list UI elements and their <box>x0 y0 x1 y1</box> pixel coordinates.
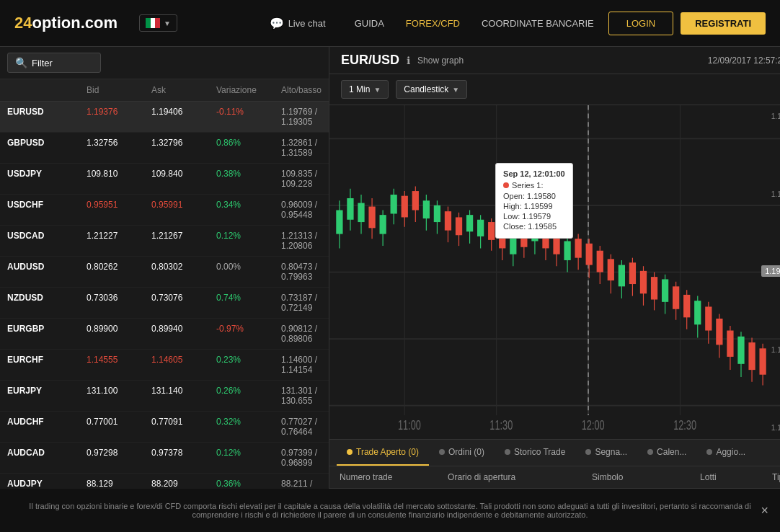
table-row[interactable]: EURCHF 1.14555 1.14605 0.23% 1.14600 / 1… <box>0 350 329 381</box>
svg-rect-59 <box>597 251 603 272</box>
table-row[interactable]: AUDJPY 88.129 88.209 0.36% 88.211 / 87.4… <box>0 474 329 489</box>
table-row[interactable]: EURUSD 1.19376 1.19406 -0.11% 1.19769 / … <box>0 102 329 133</box>
nav-forex[interactable]: FOREX/CFD <box>406 18 460 29</box>
var-value: 0.26% <box>216 386 281 406</box>
logo-option: option.com <box>32 14 118 32</box>
bid-value: 1.19376 <box>87 107 151 127</box>
svg-text:11:30: 11:30 <box>489 418 513 433</box>
tab-dot-ordini <box>439 449 445 455</box>
var-value: -0.97% <box>216 324 281 344</box>
info-icon[interactable]: ℹ <box>407 55 410 66</box>
pair-name: AUDUSD <box>7 262 87 282</box>
logo-24: 24 <box>14 14 32 32</box>
bid-value: 88.129 <box>87 479 151 489</box>
bid-value: 0.97298 <box>87 448 151 468</box>
close-footer-button[interactable]: × <box>761 503 768 518</box>
svg-rect-34 <box>466 215 473 231</box>
table-row[interactable]: USDCAD 1.21227 1.21267 0.12% 1.21313 / 1… <box>0 226 329 257</box>
table-body: EURUSD 1.19376 1.19406 -0.11% 1.19769 / … <box>0 102 329 489</box>
svg-rect-20 <box>391 195 397 213</box>
header: 24option.com ▼ 💬 Live chat GUIDA FOREX/C… <box>0 0 780 47</box>
ask-value: 131.140 <box>151 386 216 406</box>
svg-rect-38 <box>488 222 495 240</box>
ask-value: 0.95991 <box>151 200 216 220</box>
tab-storico[interactable]: Storico Trade <box>495 440 575 466</box>
table-row[interactable]: EURJPY 131.100 131.140 0.26% 131.301 / 1… <box>0 381 329 412</box>
ask-value: 88.209 <box>151 479 216 489</box>
tab-segna[interactable]: Segna... <box>575 440 637 466</box>
var-value: 0.38% <box>216 169 281 189</box>
svg-rect-87 <box>748 342 755 370</box>
var-value: 0.00% <box>216 262 281 282</box>
table-row[interactable]: USDJPY 109.810 109.840 0.38% 109.835 / 1… <box>0 164 329 195</box>
tab-label-trade-aperto: Trade Aperto (0) <box>356 447 419 457</box>
svg-rect-81 <box>716 319 722 345</box>
tab-trade-aperto[interactable]: Trade Aperto (0) <box>337 440 429 466</box>
svg-rect-77 <box>694 301 701 324</box>
timeframe-select[interactable]: 1 Min ▼ <box>341 80 389 99</box>
pair-name: NZDUSD <box>7 293 87 313</box>
tab-col-simbolo: Simbolo <box>592 472 700 482</box>
high-low-value: 109.835 / 109.228 <box>281 169 322 189</box>
nav-guida[interactable]: GUIDA <box>355 18 384 29</box>
pair-name: AUDJPY <box>7 479 87 489</box>
tab-calen[interactable]: Calen... <box>637 440 696 466</box>
table-row[interactable]: EURGBP 0.89900 0.89940 -0.97% 0.90812 / … <box>0 319 329 350</box>
col-variazione: Variazione <box>216 85 281 95</box>
filter-bar: 🔍 Filter <box>0 47 329 79</box>
logo: 24option.com <box>14 14 118 32</box>
svg-rect-12 <box>347 198 353 220</box>
high-low-value: 0.77027 / 0.76464 <box>281 417 322 437</box>
table-row[interactable]: AUDCAD 0.97298 0.97378 0.12% 0.97399 / 0… <box>0 443 329 474</box>
livechat-label: Live chat <box>288 18 326 29</box>
chevron-down-icon: ▼ <box>164 19 171 27</box>
bid-value: 0.95951 <box>87 200 151 220</box>
bid-value: 131.100 <box>87 386 151 406</box>
chart-type-select[interactable]: Candlestick ▼ <box>396 80 467 99</box>
svg-rect-10 <box>336 210 342 234</box>
ask-value: 0.73076 <box>151 293 216 313</box>
table-row[interactable]: GBPUSD 1.32756 1.32796 0.86% 1.32861 / 1… <box>0 133 329 164</box>
bid-value: 109.810 <box>87 169 151 189</box>
filter-input[interactable]: 🔍 Filter <box>7 53 101 73</box>
tab-dot-storico <box>505 449 510 455</box>
svg-rect-30 <box>445 211 451 230</box>
bid-value: 1.32756 <box>87 138 151 158</box>
tab-col-lotti: Lotti <box>700 472 772 482</box>
svg-rect-67 <box>640 271 647 293</box>
svg-rect-18 <box>380 215 386 234</box>
flag-selector[interactable]: ▼ <box>139 14 177 32</box>
pair-name: GBPUSD <box>7 138 87 158</box>
tab-ordini[interactable]: Ordini (0) <box>429 440 495 466</box>
pair-name: USDCHF <box>7 200 87 220</box>
tab-aggio[interactable]: Aggio... <box>696 440 755 466</box>
table-row[interactable]: NZDUSD 0.73036 0.73076 0.74% 0.73187 / 0… <box>0 288 329 319</box>
tab-columns: Numero trade Orario di apertura Simbolo … <box>329 466 780 489</box>
svg-rect-49 <box>542 229 549 248</box>
timeframe-label: 1 Min <box>349 84 370 94</box>
livechat-button[interactable]: 💬 Live chat <box>270 17 326 30</box>
show-graph-button[interactable]: Show graph <box>417 56 464 66</box>
var-value: 0.32% <box>216 417 281 437</box>
nav-bancarie[interactable]: COORDINATE BANCARIE <box>482 18 594 29</box>
svg-rect-43 <box>510 235 516 254</box>
logo-text: 24option.com <box>14 14 118 32</box>
price-label-4: 1.19300 <box>771 346 780 354</box>
tab-label-ordini: Ordini (0) <box>448 447 484 457</box>
chart-header: EUR/USD ℹ Show graph 12/09/2017 12:57:22 <box>329 47 780 74</box>
table-row[interactable]: AUDCHF 0.77001 0.77091 0.32% 0.77027 / 0… <box>0 412 329 443</box>
pair-name: EURJPY <box>7 386 87 406</box>
pair-name: EURUSD <box>7 107 87 127</box>
chart-pair-title: EUR/USD <box>341 53 399 68</box>
price-label-2: 1.19500 <box>771 190 780 198</box>
svg-rect-73 <box>673 286 679 309</box>
register-button[interactable]: REGISTRATI <box>681 12 766 35</box>
col-alto-basso: Alto/basso <box>281 85 322 95</box>
right-panel: EUR/USD ℹ Show graph 12/09/2017 12:57:22… <box>329 47 780 489</box>
login-button[interactable]: LOGIN <box>608 12 673 35</box>
table-row[interactable]: USDCHF 0.95951 0.95991 0.34% 0.96009 / 0… <box>0 195 329 226</box>
tab-dot-aggio <box>706 449 712 455</box>
flag-icon <box>146 18 160 28</box>
table-row[interactable]: AUDUSD 0.80262 0.80302 0.00% 0.80473 / 0… <box>0 257 329 288</box>
chat-icon: 💬 <box>270 17 284 30</box>
